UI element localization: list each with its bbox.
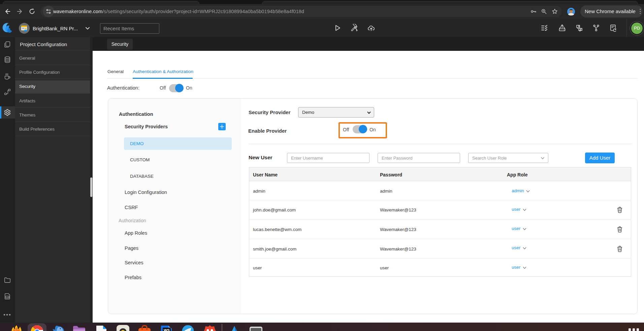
svg-text:LOG: LOG — [6, 296, 9, 298]
svg-text:WS: WS — [164, 328, 170, 331]
